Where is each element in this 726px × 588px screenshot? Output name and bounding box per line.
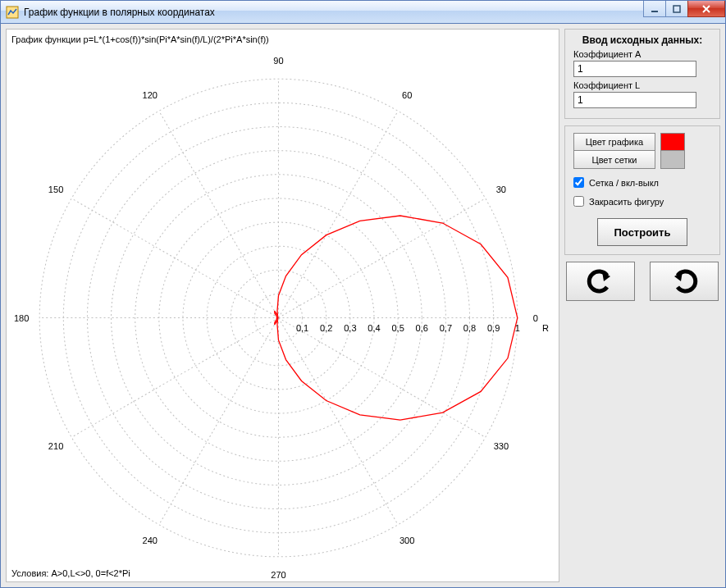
fill-toggle-checkbox[interactable] (573, 196, 584, 207)
svg-text:0,5: 0,5 (391, 323, 404, 333)
redo-button[interactable] (650, 262, 719, 301)
svg-text:330: 330 (494, 441, 509, 451)
coeff-a-label: Коэффициент A (573, 49, 711, 59)
svg-text:0,4: 0,4 (368, 323, 380, 333)
coeff-l-input[interactable] (573, 92, 696, 108)
svg-text:180: 180 (14, 313, 29, 323)
grid-toggle-label: Сетка / вкл-выкл (589, 178, 659, 188)
app-window: График функции в полярных координатах Гр… (0, 0, 726, 588)
svg-text:0,2: 0,2 (320, 323, 332, 333)
plot-pane: График функции p=L*(1+cos(f))*sin(Pi*A*s… (6, 29, 559, 582)
svg-text:0,1: 0,1 (296, 323, 308, 333)
svg-rect-1 (651, 11, 658, 12)
color-picker-row: Цвет графика Цвет сетки (573, 133, 711, 169)
svg-rect-2 (673, 6, 680, 12)
svg-text:60: 60 (402, 90, 412, 100)
inputs-title: Ввод исходных данных: (573, 34, 711, 46)
grid-color-swatch[interactable] (660, 151, 685, 169)
undo-button[interactable] (566, 262, 635, 301)
fill-toggle-label: Закрасить фигуру (589, 197, 664, 207)
undo-icon (584, 269, 617, 294)
svg-line-29 (159, 318, 279, 525)
svg-line-17 (278, 111, 398, 317)
graph-color-swatch[interactable] (660, 133, 685, 151)
svg-text:240: 240 (143, 536, 158, 545)
polar-chart: 03060901201501802102402703003300,10,20,3… (7, 30, 559, 581)
svg-text:R: R (542, 323, 549, 333)
svg-text:0,3: 0,3 (344, 323, 356, 333)
svg-text:90: 90 (273, 56, 283, 66)
svg-text:0,9: 0,9 (487, 323, 500, 333)
minimize-button[interactable] (643, 1, 666, 17)
svg-line-27 (71, 318, 278, 438)
titlebar: График функции в полярных координатах (1, 1, 725, 24)
svg-line-21 (159, 111, 279, 317)
redo-icon (668, 269, 701, 294)
svg-text:210: 210 (48, 441, 63, 451)
svg-text:150: 150 (48, 185, 63, 194)
nav-row (564, 262, 720, 301)
grid-toggle-checkbox[interactable] (573, 177, 584, 188)
client-area: График функции p=L*(1+cos(f))*sin(Pi*A*s… (1, 24, 725, 587)
side-panel: Ввод исходных данных: Коэффициент A Коэф… (564, 29, 720, 582)
inputs-group: Ввод исходных данных: Коэффициент A Коэф… (564, 29, 720, 119)
build-button[interactable]: Построить (597, 218, 687, 246)
svg-text:0: 0 (533, 313, 538, 323)
app-icon (6, 6, 19, 19)
svg-text:0,8: 0,8 (463, 323, 476, 333)
svg-text:0,6: 0,6 (416, 323, 428, 333)
svg-line-33 (278, 318, 398, 525)
fill-toggle-row[interactable]: Закрасить фигуру (573, 196, 711, 207)
svg-line-15 (278, 198, 485, 318)
close-button[interactable] (687, 1, 725, 17)
svg-text:270: 270 (271, 570, 285, 580)
controls-group: Цвет графика Цвет сетки Сетка / вкл-выкл… (564, 125, 720, 255)
svg-text:120: 120 (143, 90, 158, 100)
grid-color-button[interactable]: Цвет сетки (573, 151, 655, 169)
svg-text:300: 300 (400, 536, 414, 545)
window-title: График функции в полярных координатах (24, 7, 215, 18)
maximize-button[interactable] (665, 1, 688, 17)
coeff-l-label: Коэффициент L (573, 80, 711, 90)
grid-toggle-row[interactable]: Сетка / вкл-выкл (573, 177, 711, 188)
svg-text:30: 30 (496, 185, 506, 194)
graph-color-button[interactable]: Цвет графика (573, 133, 655, 151)
coeff-a-input[interactable] (573, 61, 696, 77)
svg-text:0,7: 0,7 (440, 323, 452, 333)
window-buttons (644, 1, 725, 17)
